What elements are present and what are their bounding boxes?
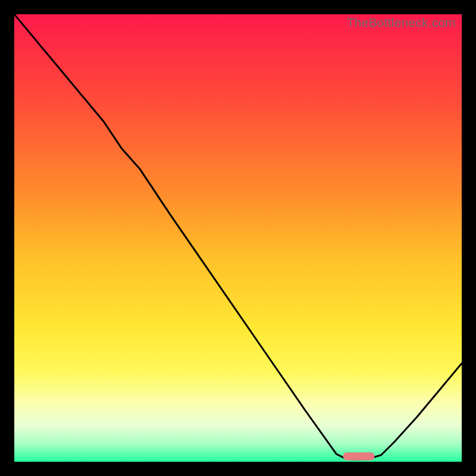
- watermark-text: TheBottleneck.com: [347, 15, 456, 30]
- bottleneck-curve: [14, 14, 462, 459]
- plot-area: TheBottleneck.com: [14, 14, 462, 462]
- chart-frame: TheBottleneck.com: [0, 0, 476, 476]
- chart-svg: [14, 14, 462, 462]
- optimal-marker: [343, 452, 375, 461]
